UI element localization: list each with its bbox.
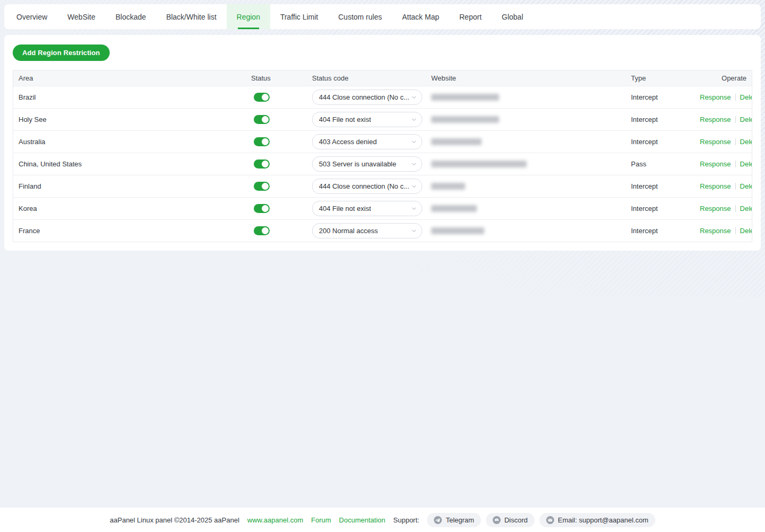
copyright-text: aaPanel Linux panel ©2014-2025 aaPanel	[110, 516, 239, 524]
status-toggle[interactable]	[254, 115, 270, 124]
forum-link[interactable]: Forum	[311, 516, 331, 524]
status-cell	[246, 204, 307, 213]
area-cell: Korea	[13, 205, 246, 212]
redacted-website-value	[431, 205, 477, 212]
status-code-cell: 404 File not exist	[307, 112, 426, 127]
status-toggle[interactable]	[254, 204, 270, 213]
operate-divider	[735, 183, 736, 190]
area-cell: Finland	[13, 182, 246, 190]
status-toggle[interactable]	[254, 137, 270, 146]
redacted-website-value	[431, 116, 499, 123]
type-cell: Intercept	[626, 205, 695, 212]
telegram-badge[interactable]: Telegram	[427, 513, 481, 527]
chevron-down-icon	[411, 161, 417, 167]
type-cell: Intercept	[626, 182, 695, 190]
header-status: Status	[246, 74, 307, 82]
tab-region[interactable]: Region	[227, 4, 270, 29]
status-code-select[interactable]: 503 Server is unavailable	[312, 156, 422, 172]
redacted-website-value	[431, 183, 465, 190]
tab-overview[interactable]: Overview	[6, 4, 57, 29]
tab-custom-rules[interactable]: Custom rules	[328, 4, 392, 29]
website-cell	[426, 116, 626, 123]
delete-link[interactable]: Delete	[740, 116, 752, 123]
delete-link[interactable]: Delete	[740, 160, 752, 168]
aapanel-site-link[interactable]: www.aapanel.com	[247, 516, 304, 524]
tab-attack-map[interactable]: Attack Map	[392, 4, 449, 29]
support-label: Support:	[393, 516, 419, 524]
status-code-cell: 444 Close connection (No c...	[307, 90, 426, 105]
toggle-knob	[262, 161, 269, 167]
response-link[interactable]: Response	[700, 205, 731, 212]
type-cell: Pass	[626, 160, 695, 168]
delete-link[interactable]: Delete	[740, 182, 752, 190]
status-cell	[246, 159, 307, 169]
response-link[interactable]: Response	[700, 160, 731, 168]
table-row: Brazil 444 Close connection (No c... Int…	[13, 86, 752, 108]
chevron-down-icon	[411, 94, 417, 100]
operate-divider	[735, 116, 736, 123]
status-code-select[interactable]: 200 Normal access	[312, 223, 422, 238]
tab-website[interactable]: WebSite	[57, 4, 105, 29]
status-code-select[interactable]: 404 File not exist	[312, 112, 422, 127]
email-icon	[546, 516, 554, 524]
operate-cell: Response Delete	[695, 227, 752, 235]
type-cell: Intercept	[626, 227, 695, 235]
status-toggle[interactable]	[254, 226, 270, 235]
delete-link[interactable]: Delete	[740, 138, 752, 146]
add-region-restriction-button[interactable]: Add Region Restriction	[13, 45, 110, 61]
area-cell: Brazil	[13, 93, 246, 101]
status-cell	[246, 182, 307, 191]
discord-badge-label: Discord	[504, 516, 528, 524]
table-row: China, United States 503 Server is unava…	[13, 153, 752, 175]
discord-icon	[493, 516, 501, 524]
delete-link[interactable]: Delete	[740, 93, 752, 101]
tab-black-white-list[interactable]: Black/White list	[156, 4, 227, 29]
tab-global[interactable]: Global	[492, 4, 533, 29]
response-link[interactable]: Response	[700, 182, 731, 190]
documentation-link[interactable]: Documentation	[339, 516, 385, 524]
status-toggle[interactable]	[254, 93, 270, 102]
redacted-website-value	[431, 161, 527, 167]
status-cell	[246, 137, 307, 146]
header-website: Website	[426, 74, 626, 82]
chevron-down-icon	[411, 117, 417, 122]
type-cell: Intercept	[626, 116, 695, 123]
status-code-select[interactable]: 444 Close connection (No c...	[312, 179, 422, 194]
response-link[interactable]: Response	[700, 227, 731, 235]
chevron-down-icon	[411, 139, 417, 145]
header-area: Area	[13, 74, 246, 82]
chevron-down-icon	[411, 183, 417, 189]
status-code-select[interactable]: 403 Access denied	[312, 134, 422, 149]
redacted-website-value	[431, 227, 484, 234]
status-cell	[246, 115, 307, 124]
status-code-cell: 444 Close connection (No c...	[307, 179, 426, 194]
discord-badge[interactable]: Discord	[486, 513, 535, 527]
region-panel: Add Region Restriction Area Status Statu…	[4, 35, 761, 251]
email-badge[interactable]: Email: support@aapanel.com	[539, 513, 655, 527]
delete-link[interactable]: Delete	[740, 227, 752, 235]
status-toggle[interactable]	[254, 159, 270, 169]
telegram-badge-label: Telegram	[446, 516, 474, 524]
tab-blockade[interactable]: Blockade	[105, 4, 156, 29]
header-status-code: Status code	[307, 74, 426, 82]
status-cell	[246, 93, 307, 102]
status-code-select[interactable]: 444 Close connection (No c...	[312, 90, 422, 105]
tab-traffic-limit[interactable]: Traffic Limit	[270, 4, 328, 29]
website-cell	[426, 205, 626, 212]
area-cell: China, United States	[13, 160, 246, 168]
status-toggle[interactable]	[254, 182, 270, 191]
operate-divider	[735, 138, 736, 145]
toggle-knob	[262, 116, 269, 123]
response-link[interactable]: Response	[700, 138, 731, 146]
delete-link[interactable]: Delete	[740, 205, 752, 212]
type-cell: Intercept	[626, 138, 695, 146]
response-link[interactable]: Response	[700, 93, 731, 101]
operate-cell: Response Delete	[695, 93, 752, 101]
response-link[interactable]: Response	[700, 116, 731, 123]
status-code-cell: 200 Normal access	[307, 223, 426, 238]
operate-cell: Response Delete	[695, 205, 752, 212]
tab-report[interactable]: Report	[449, 4, 492, 29]
status-code-select[interactable]: 404 File not exist	[312, 201, 422, 216]
operate-cell: Response Delete	[695, 138, 752, 146]
area-cell: France	[13, 227, 246, 235]
